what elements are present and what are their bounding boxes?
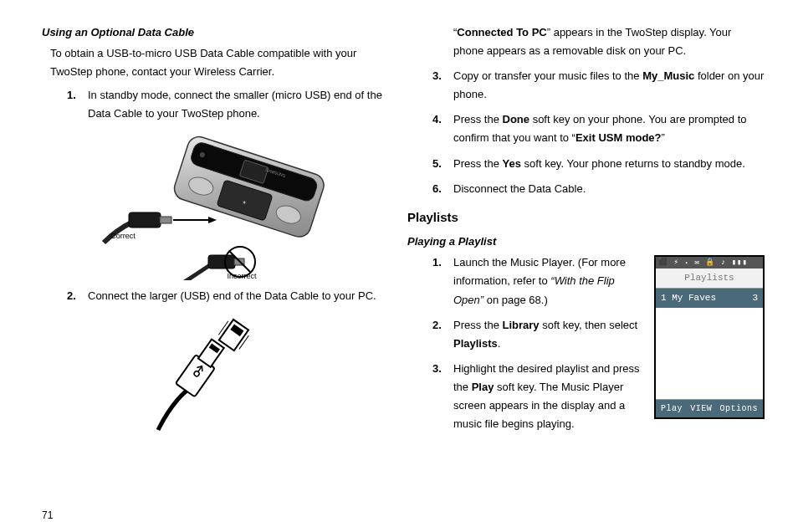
svg-rect-12 bbox=[208, 255, 235, 269]
subhead-data-cable: Using an Optional Data Cable bbox=[42, 23, 382, 42]
svg-rect-9 bbox=[129, 212, 161, 228]
step-number: 2. bbox=[67, 287, 76, 305]
play-step-3: 3. Highlight the desired playlist and pr… bbox=[432, 360, 765, 433]
left-step-2: 2. Connect the larger (USB) end of the D… bbox=[67, 287, 382, 305]
step-number: 4. bbox=[432, 110, 442, 129]
playlists-heading: Playlists bbox=[407, 207, 765, 228]
step-number: 5. bbox=[432, 155, 442, 173]
correct-label: Correct bbox=[110, 232, 136, 240]
incorrect-label: Incorrect bbox=[227, 272, 257, 280]
svg-rect-21 bbox=[218, 320, 248, 350]
right-step-6: 6. Disconnect the Data Cable. bbox=[432, 180, 765, 198]
step-text: In standby mode, connect the smaller (mi… bbox=[88, 89, 382, 120]
play-step-2: 2. Press the Library soft key, then sele… bbox=[432, 316, 765, 353]
step-number: 2. bbox=[432, 316, 442, 335]
svg-rect-10 bbox=[160, 217, 171, 223]
continued-text: “Connected To PC” appears in the TwoStep… bbox=[453, 23, 765, 60]
right-step-3: 3. Copy or transfer your music files to … bbox=[432, 67, 765, 104]
step-number: 3. bbox=[432, 360, 442, 378]
page-number: 71 bbox=[42, 507, 53, 524]
left-step-1: 1. In standby mode, connect the smaller … bbox=[67, 86, 382, 123]
step-number: 6. bbox=[432, 180, 442, 198]
right-step-4: 4. Press the Done soft key on your phone… bbox=[432, 110, 765, 147]
usb-illustration bbox=[141, 313, 284, 438]
phone-cable-illustration: ★ SAMSUNG Correct Incorrect bbox=[91, 130, 334, 280]
step-number: 1. bbox=[432, 253, 442, 272]
step-number: 1. bbox=[67, 86, 76, 105]
play-step-1: 1. Launch the Music Player. (For more in… bbox=[432, 253, 765, 309]
svg-marker-11 bbox=[208, 217, 217, 223]
step-text: Connect the larger (USB) end of the Data… bbox=[88, 289, 376, 302]
step-number: 3. bbox=[432, 67, 442, 85]
playing-subhead: Playing a Playlist bbox=[407, 233, 765, 251]
right-step-5: 5. Press the Yes soft key. Your phone re… bbox=[432, 155, 765, 173]
intro-text: To obtain a USB-to-micro USB Data Cable … bbox=[50, 44, 382, 81]
